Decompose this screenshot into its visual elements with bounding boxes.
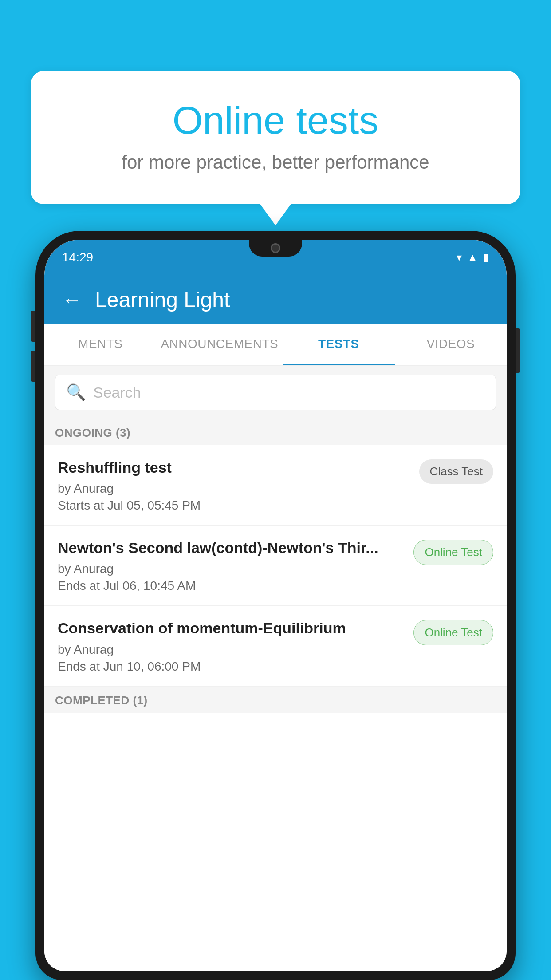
phone-frame: 14:29 ▾ ▲ ▮ ← Learning Light MENTS ANNOU…: [35, 231, 516, 980]
tab-videos[interactable]: VIDEOS: [395, 324, 507, 365]
phone-screen: 14:29 ▾ ▲ ▮ ← Learning Light MENTS ANNOU…: [44, 240, 507, 971]
signal-icon: ▲: [467, 251, 478, 264]
tab-tests[interactable]: TESTS: [283, 324, 394, 365]
test-title: Conservation of momentum-Equilibrium: [58, 618, 405, 638]
list-item[interactable]: Conservation of momentum-Equilibrium by …: [44, 606, 507, 686]
search-container: 🔍 Search: [44, 366, 507, 419]
bubble-title: Online tests: [67, 98, 484, 143]
volume-down-button: [31, 351, 35, 382]
status-time: 14:29: [62, 250, 93, 265]
test-author: by Anurag: [58, 562, 405, 576]
tabs-bar: MENTS ANNOUNCEMENTS TESTS VIDEOS: [44, 324, 507, 366]
volume-up-button: [31, 311, 35, 342]
test-title: Reshuffling test: [58, 458, 410, 477]
test-info: Reshuffling test by Anurag Starts at Jul…: [58, 458, 419, 513]
search-input[interactable]: Search: [93, 384, 141, 401]
test-badge-online: Online Test: [413, 620, 493, 645]
ongoing-section-label: ONGOING (3): [44, 419, 507, 445]
phone-container: 14:29 ▾ ▲ ▮ ← Learning Light MENTS ANNOU…: [35, 231, 516, 980]
tab-announcements[interactable]: ANNOUNCEMENTS: [156, 324, 283, 365]
test-info: Conservation of momentum-Equilibrium by …: [58, 618, 413, 673]
speech-bubble-container: Online tests for more practice, better p…: [31, 71, 520, 204]
tab-ments[interactable]: MENTS: [44, 324, 156, 365]
list-item[interactable]: Newton's Second law(contd)-Newton's Thir…: [44, 526, 507, 606]
test-info: Newton's Second law(contd)-Newton's Thir…: [58, 538, 413, 593]
test-badge-online: Online Test: [413, 540, 493, 565]
status-icons: ▾ ▲ ▮: [457, 251, 489, 264]
completed-section-label: COMPLETED (1): [44, 687, 507, 713]
speech-bubble: Online tests for more practice, better p…: [31, 71, 520, 204]
back-button[interactable]: ←: [62, 289, 82, 311]
notch: [249, 240, 302, 257]
search-bar[interactable]: 🔍 Search: [55, 375, 496, 410]
test-title: Newton's Second law(contd)-Newton's Thir…: [58, 538, 405, 557]
status-bar: 14:29 ▾ ▲ ▮: [44, 240, 507, 275]
test-author: by Anurag: [58, 643, 405, 657]
search-icon: 🔍: [66, 383, 86, 402]
app-title: Learning Light: [95, 288, 230, 312]
test-time: Ends at Jun 10, 06:00 PM: [58, 660, 405, 674]
camera-icon: [271, 243, 280, 253]
wifi-icon: ▾: [457, 251, 462, 264]
test-author: by Anurag: [58, 482, 410, 496]
list-item[interactable]: Reshuffling test by Anurag Starts at Jul…: [44, 445, 507, 526]
app-header: ← Learning Light: [44, 275, 507, 324]
tests-list: Reshuffling test by Anurag Starts at Jul…: [44, 445, 507, 971]
test-time: Starts at Jul 05, 05:45 PM: [58, 498, 410, 513]
power-button: [516, 328, 520, 373]
bubble-subtitle: for more practice, better performance: [67, 152, 484, 173]
battery-icon: ▮: [483, 251, 489, 264]
test-time: Ends at Jul 06, 10:45 AM: [58, 579, 405, 593]
test-badge-class: Class Test: [419, 459, 493, 484]
